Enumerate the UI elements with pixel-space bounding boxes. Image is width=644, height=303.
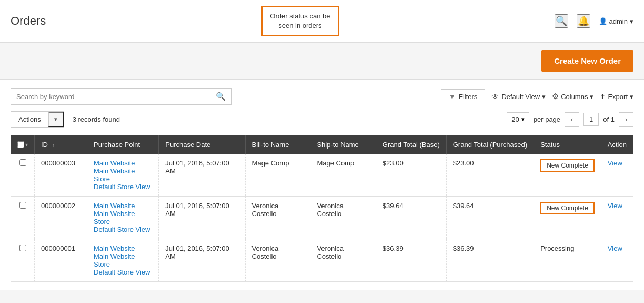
per-page-value: 20 bbox=[511, 115, 519, 123]
per-page-label: per page bbox=[534, 115, 560, 123]
th-status[interactable]: Status bbox=[534, 135, 601, 154]
purchase-point-line3[interactable]: Default Store View bbox=[94, 268, 152, 276]
user-icon: 👤 bbox=[599, 17, 607, 25]
row-grand-total-base: $36.39 bbox=[376, 239, 446, 282]
row-grand-total-purchased: $36.39 bbox=[446, 239, 534, 282]
actions-row: Actions ▾ 3 records found 20 ▾ per page … bbox=[11, 111, 633, 128]
filters-button[interactable]: ▼ Filters bbox=[441, 89, 485, 104]
row-checkbox[interactable] bbox=[19, 202, 26, 209]
row-view-link[interactable]: View bbox=[608, 202, 622, 210]
th-bill-to[interactable]: Bill-to Name bbox=[245, 135, 310, 154]
row-grand-total-purchased: $23.00 bbox=[446, 154, 534, 197]
th-id[interactable]: ID ↑ bbox=[35, 135, 87, 154]
row-purchase-point: Main Website Main Website Store Default … bbox=[87, 197, 159, 239]
filter-funnel-icon: ▼ bbox=[449, 93, 456, 101]
th-grand-total-base[interactable]: Grand Total (Base) bbox=[376, 135, 446, 154]
row-bill-to: Veronica Costello bbox=[245, 197, 310, 239]
row-checkbox[interactable] bbox=[19, 159, 26, 166]
create-new-order-button[interactable]: Create New Order bbox=[541, 50, 633, 72]
purchase-point-line2[interactable]: Main Website Store bbox=[94, 210, 152, 226]
row-action-cell: View bbox=[601, 154, 633, 197]
header-icons: 🔍 🔔 👤 admin ▾ bbox=[555, 14, 633, 28]
id-sort-icon: ↑ bbox=[52, 142, 55, 148]
next-page-button[interactable]: › bbox=[619, 112, 633, 127]
row-ship-to: Veronica Costello bbox=[310, 197, 376, 239]
row-action-cell: View bbox=[601, 239, 633, 282]
view-caret-icon: ▾ bbox=[542, 93, 546, 101]
th-ship-to[interactable]: Ship-to Name bbox=[310, 135, 376, 154]
th-action[interactable]: Action bbox=[601, 135, 633, 154]
table-row: 000000003 Main Website Main Website Stor… bbox=[11, 154, 633, 197]
tooltip-text: Order status can be seen in orders bbox=[270, 12, 330, 30]
status-badge: New Complete bbox=[540, 202, 595, 214]
search-icon-header[interactable]: 🔍 bbox=[555, 14, 568, 28]
page-total: of 1 bbox=[603, 115, 615, 123]
tooltip-box: Order status can be seen in orders bbox=[261, 6, 338, 36]
row-status-cell: Processing bbox=[534, 239, 601, 282]
row-checkbox-cell bbox=[11, 154, 35, 197]
filters-label: Filters bbox=[459, 93, 477, 101]
action-bar: Create New Order bbox=[0, 43, 644, 80]
purchase-point-line1[interactable]: Main Website bbox=[94, 245, 152, 252]
row-grand-total-base: $23.00 bbox=[376, 154, 446, 197]
row-grand-total-base: $39.64 bbox=[376, 197, 446, 239]
row-view-link[interactable]: View bbox=[608, 245, 622, 252]
prev-page-button[interactable]: ‹ bbox=[565, 112, 579, 127]
status-badge: New Complete bbox=[540, 159, 595, 172]
row-ship-to: Veronica Costello bbox=[310, 239, 376, 282]
admin-caret-icon: ▾ bbox=[630, 17, 633, 25]
columns-caret-icon: ▾ bbox=[590, 93, 593, 101]
row-status-cell: New Complete bbox=[534, 154, 601, 197]
select-all-checkbox[interactable] bbox=[17, 141, 24, 148]
purchase-point-line2[interactable]: Main Website Store bbox=[94, 252, 152, 268]
status-text: Processing bbox=[540, 245, 574, 252]
actions-caret-button[interactable]: ▾ bbox=[48, 112, 64, 127]
row-purchase-point: Main Website Main Website Store Default … bbox=[87, 239, 159, 282]
row-id: 000000003 bbox=[35, 154, 87, 197]
row-purchase-point: Main Website Main Website Store Default … bbox=[87, 154, 159, 197]
row-purchase-date: Jul 01, 2016, 5:07:00 AM bbox=[159, 239, 245, 282]
row-checkbox-cell bbox=[11, 197, 35, 239]
select-all-caret[interactable]: ▾ bbox=[25, 142, 28, 148]
purchase-point-line3[interactable]: Default Store View bbox=[94, 183, 152, 191]
row-checkbox[interactable] bbox=[19, 245, 26, 251]
search-input[interactable] bbox=[16, 93, 216, 101]
gear-icon: ⚙ bbox=[552, 92, 559, 101]
current-page: 1 bbox=[583, 113, 599, 126]
purchase-point-line1[interactable]: Main Website bbox=[94, 202, 152, 210]
per-page-caret-button[interactable]: ▾ bbox=[521, 116, 525, 123]
row-id: 000000001 bbox=[35, 239, 87, 282]
main-content: 🔍 ▼ Filters 👁 Default View ▾ ⚙ Columns ▾… bbox=[0, 80, 644, 290]
view-label: Default View bbox=[501, 93, 540, 101]
th-purchase-date[interactable]: Purchase Date bbox=[159, 135, 245, 154]
th-grand-total-purchased[interactable]: Grand Total (Purchased) bbox=[446, 135, 534, 154]
search-submit-button[interactable]: 🔍 bbox=[216, 92, 226, 101]
search-wrapper: 🔍 bbox=[11, 88, 232, 105]
th-purchase-point[interactable]: Purchase Point bbox=[87, 135, 159, 154]
default-view-button[interactable]: 👁 Default View ▾ bbox=[491, 92, 546, 101]
columns-button[interactable]: ⚙ Columns ▾ bbox=[552, 92, 593, 101]
row-view-link[interactable]: View bbox=[608, 159, 622, 167]
purchase-point-line1[interactable]: Main Website bbox=[94, 159, 152, 167]
row-action-cell: View bbox=[601, 197, 633, 239]
actions-label: Actions bbox=[11, 112, 48, 126]
purchase-point-line2[interactable]: Main Website Store bbox=[94, 167, 152, 183]
search-filter-bar: 🔍 ▼ Filters 👁 Default View ▾ ⚙ Columns ▾… bbox=[11, 88, 633, 105]
purchase-point-line3[interactable]: Default Store View bbox=[94, 226, 152, 233]
pagination-right: 20 ▾ per page ‹ 1 of 1 › bbox=[507, 112, 633, 127]
admin-menu[interactable]: 👤 admin ▾ bbox=[599, 17, 633, 25]
export-caret-icon: ▾ bbox=[630, 93, 633, 101]
orders-table: ▾ ID ↑ Purchase Point Purchase Date Bill… bbox=[11, 135, 633, 282]
table-header-row: ▾ ID ↑ Purchase Point Purchase Date Bill… bbox=[11, 135, 633, 154]
bell-icon[interactable]: 🔔 bbox=[577, 14, 590, 28]
export-label: Export bbox=[608, 93, 628, 101]
table-row: 000000002 Main Website Main Website Stor… bbox=[11, 197, 633, 239]
export-button[interactable]: ⬆ Export ▾ bbox=[600, 93, 633, 101]
admin-name: admin bbox=[609, 17, 628, 25]
row-purchase-date: Jul 01, 2016, 5:07:00 AM bbox=[159, 154, 245, 197]
row-ship-to: Mage Comp bbox=[310, 154, 376, 197]
row-checkbox-cell bbox=[11, 239, 35, 282]
row-status-cell: New Complete bbox=[534, 197, 601, 239]
eye-icon: 👁 bbox=[491, 92, 499, 101]
row-grand-total-purchased: $39.64 bbox=[446, 197, 534, 239]
